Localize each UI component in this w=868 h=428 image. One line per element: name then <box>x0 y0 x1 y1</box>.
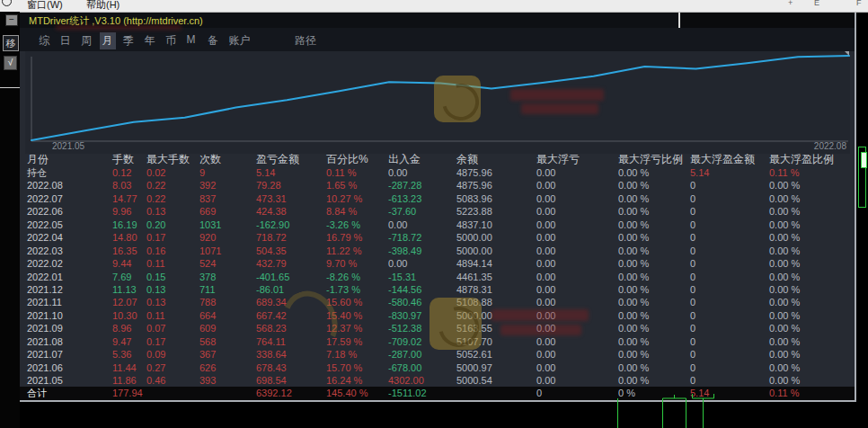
table-row[interactable]: 2021.075.360.09367338.647.18 %-287.00505… <box>20 348 855 361</box>
column-header: 最大浮亏 <box>536 153 618 166</box>
value-cell: 0 <box>690 179 769 192</box>
value-cell: 0.00 <box>388 166 456 179</box>
move-button[interactable]: 移 <box>3 35 19 51</box>
value-cell: 0 <box>690 361 769 374</box>
total-row[interactable]: 合计177.946392.12145.40 %-1511.0200 %5.140… <box>20 387 855 399</box>
table-header: 月份手数最大手数次数盈亏金额百分比%出入金余额最大浮亏最大浮亏比例最大浮盈金额最… <box>20 153 855 166</box>
tab-季[interactable]: 季 <box>120 32 137 49</box>
value-cell: 8.96 <box>112 322 146 334</box>
value-cell: 0 <box>690 231 769 244</box>
value-cell: 0.17 <box>146 335 199 348</box>
menu-item[interactable]: 窗口(W) <box>27 0 63 12</box>
value-cell: 0.27 <box>146 361 199 374</box>
table-row[interactable]: 2022.0714.770.22837473.3110.27 %-613.235… <box>20 192 855 205</box>
value-cell: 5.36 <box>112 348 146 361</box>
value-cell: 14.80 <box>112 231 146 244</box>
toolbar-icon[interactable]: F <box>856 0 862 7</box>
value-cell <box>146 387 199 399</box>
value-cell: 1.65 % <box>326 179 388 192</box>
value-cell: 0.16 <box>146 245 199 257</box>
table-row[interactable]: 2022.029.440.11524432.799.70 %0.004894.1… <box>20 257 855 270</box>
value-cell: 0.00 <box>536 309 618 322</box>
value-cell: 1071 <box>199 245 256 257</box>
value-cell: 7.18 % <box>326 348 388 361</box>
value-cell: 9.44 <box>112 257 146 270</box>
table-row[interactable]: 2021.1010.300.11664667.4215.40 %-830.975… <box>20 309 855 322</box>
table-row[interactable]: 2021.1112.070.13788689.3415.60 %-580.465… <box>20 296 855 308</box>
value-cell: 0.00 <box>388 257 456 270</box>
minimize-button[interactable]: − <box>5 14 18 26</box>
value-cell: 0.12 <box>112 166 146 179</box>
table-row[interactable]: 2022.0516.190.201031-162.90-3.26 %0.0048… <box>20 218 855 231</box>
value-cell: -37.60 <box>388 205 456 218</box>
tab-备[interactable]: 备 <box>205 32 221 49</box>
value-cell: 0.46 <box>146 374 199 387</box>
table-row[interactable]: 2022.069.960.13669424.388.84 %-37.605223… <box>20 205 855 218</box>
tab-币[interactable]: 币 <box>163 32 179 49</box>
tab-月[interactable]: 月 <box>100 32 116 49</box>
table-row[interactable]: 2022.017.690.15378-401.65-8.26 %-15.3144… <box>20 271 855 283</box>
table-row[interactable]: 2021.1211.130.13711-86.01-1.73 %-144.564… <box>20 283 855 296</box>
value-cell: 9 <box>199 166 256 179</box>
value-cell: 4461.35 <box>456 271 536 283</box>
table-row[interactable]: 2021.089.470.17568764.1117.59 %-709.0251… <box>20 335 855 348</box>
value-cell: 15.60 % <box>326 296 388 308</box>
value-cell: 424.38 <box>256 205 326 218</box>
tab-bar: 路径 综日周月季年币M备账户 <box>20 28 855 51</box>
tab-周[interactable]: 周 <box>78 32 94 49</box>
month-cell: 2022.01 <box>27 271 112 283</box>
value-cell: 0.00 <box>536 283 618 296</box>
value-cell: 0.00 % <box>618 192 690 205</box>
panel-title: MTDriver统计 ,V3.10 (http://mtdriver.cn) <box>29 14 203 28</box>
month-cell: 2021.05 <box>27 374 112 387</box>
value-cell: 0.00 % <box>769 374 854 387</box>
table-row[interactable]: 2022.088.030.2239279.281.65 %-287.284875… <box>20 179 855 192</box>
value-cell: 367 <box>199 348 256 361</box>
value-cell: 0.00 % <box>618 296 690 308</box>
value-cell: 0.00 % <box>769 205 854 218</box>
menu-item[interactable]: 帮助(H) <box>86 0 120 12</box>
table-row[interactable]: 2021.0611.440.27626678.4315.70 %-678.005… <box>20 361 855 374</box>
value-cell: 698.54 <box>256 374 326 387</box>
value-cell: -830.97 <box>388 309 456 322</box>
month-cell: 2021.11 <box>27 296 112 308</box>
table-row[interactable]: 2021.0511.860.46393698.5416.24 %4302.005… <box>20 374 855 387</box>
value-cell: -144.56 <box>388 283 456 296</box>
toolbar-icon[interactable]: E <box>814 0 819 7</box>
value-cell: 0 <box>690 283 769 296</box>
value-cell: 568 <box>199 335 256 348</box>
column-header: 最大浮盈金额 <box>690 153 769 166</box>
table-row[interactable]: 2021.098.960.07609568.2312.37 %-512.3851… <box>20 322 855 334</box>
value-cell: 568.23 <box>256 322 326 334</box>
value-cell: 764.11 <box>256 335 326 348</box>
value-cell: -15.31 <box>388 271 456 283</box>
tab-账户[interactable]: 账户 <box>226 32 253 49</box>
check-button[interactable]: √ <box>4 56 17 70</box>
value-cell: 0.00 <box>536 166 618 179</box>
tab-年[interactable]: 年 <box>142 32 158 49</box>
value-cell: 15.40 % <box>326 309 388 322</box>
month-cell: 2021.06 <box>27 361 112 374</box>
month-cell: 2022.06 <box>27 205 112 218</box>
value-cell: 0.00 % <box>769 245 854 257</box>
value-cell: 0.00 <box>536 361 618 374</box>
table-row[interactable]: 2022.0316.350.161071504.3511.22 %-398.49… <box>20 245 855 257</box>
tab-日[interactable]: 日 <box>58 32 74 49</box>
value-cell: 7.69 <box>112 271 146 283</box>
value-cell: 4837.10 <box>456 218 536 231</box>
path-label[interactable]: 路径 <box>295 33 316 49</box>
value-cell: 0.00 % <box>618 218 690 231</box>
value-cell: 0.00 <box>536 257 618 270</box>
tab-综[interactable]: 综 <box>36 32 52 49</box>
table-row[interactable]: 2022.0414.800.17920718.7216.79 %-718.725… <box>20 231 855 244</box>
value-cell: 15.70 % <box>326 361 388 374</box>
value-cell: 0.00 <box>536 192 618 205</box>
column-header: 盈亏金额 <box>256 153 326 166</box>
tab-M[interactable]: M <box>184 32 199 47</box>
background-window-strip <box>856 13 868 428</box>
toolbar-icon[interactable]: + <box>788 0 793 7</box>
value-cell: 0.00 % <box>618 361 690 374</box>
value-cell: 392 <box>199 179 256 192</box>
background-candle-body <box>861 152 867 168</box>
table-row[interactable]: 持仓0.120.0295.140.11 %0.004875.960.000.00… <box>20 166 855 179</box>
